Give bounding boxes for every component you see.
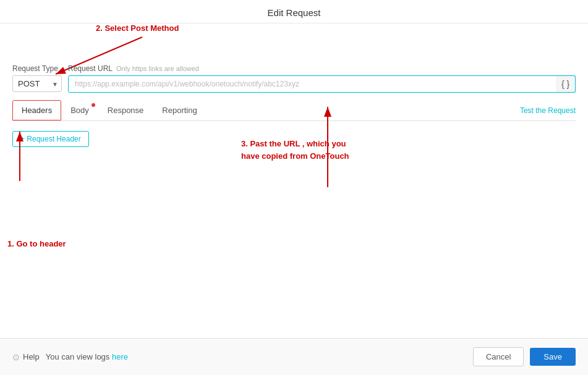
- help-section[interactable]: ⊙ Help: [12, 352, 40, 362]
- save-button[interactable]: Save: [530, 348, 576, 366]
- help-icon: ⊙: [12, 352, 20, 362]
- annotation-2: 2. Select Post Method: [96, 23, 179, 33]
- footer: ⊙ Help You can view logs here Cancel Sav…: [0, 338, 588, 375]
- url-hint: Only https links are allowed: [116, 65, 199, 72]
- request-type-select[interactable]: POST GET PUT DELETE: [12, 75, 62, 92]
- cancel-button[interactable]: Cancel: [473, 347, 524, 366]
- page-title: Edit Request: [0, 0, 588, 23]
- tab-reporting[interactable]: Reporting: [153, 100, 206, 120]
- request-type-label: Request Type: [12, 64, 62, 73]
- tab-body[interactable]: Body: [61, 100, 98, 120]
- tab-dot: [92, 103, 95, 107]
- url-input-container: { }: [68, 75, 576, 93]
- add-request-header-button[interactable]: + Request Header: [12, 131, 89, 147]
- log-text: You can view logs here: [46, 352, 128, 361]
- tab-headers[interactable]: Headers: [12, 100, 61, 120]
- url-input[interactable]: [68, 75, 576, 93]
- request-type-group: Request Type POST GET PUT DELETE ▼: [12, 64, 62, 92]
- help-label: Help: [23, 352, 40, 361]
- form-row: Request Type POST GET PUT DELETE ▼ Reque…: [12, 64, 576, 93]
- log-link[interactable]: here: [112, 352, 128, 361]
- annotation-3: 3. Past the URL , which you have copied …: [241, 138, 365, 162]
- main-content: 2. Select Post Method Request Type POST …: [0, 23, 588, 338]
- request-url-label: Request URL: [68, 64, 113, 73]
- request-url-group: Request URL Only https links are allowed…: [68, 64, 576, 93]
- url-label-row: Request URL Only https links are allowed: [68, 64, 576, 73]
- test-request-link[interactable]: Test the Request: [520, 101, 576, 120]
- tab-response[interactable]: Response: [98, 100, 153, 120]
- request-type-select-wrapper: POST GET PUT DELETE ▼: [12, 75, 62, 92]
- tabs-row: Headers Body Response Reporting Test the…: [12, 100, 576, 121]
- annotation-1: 1. Go to header: [7, 239, 66, 248]
- url-input-icon[interactable]: { }: [556, 75, 576, 93]
